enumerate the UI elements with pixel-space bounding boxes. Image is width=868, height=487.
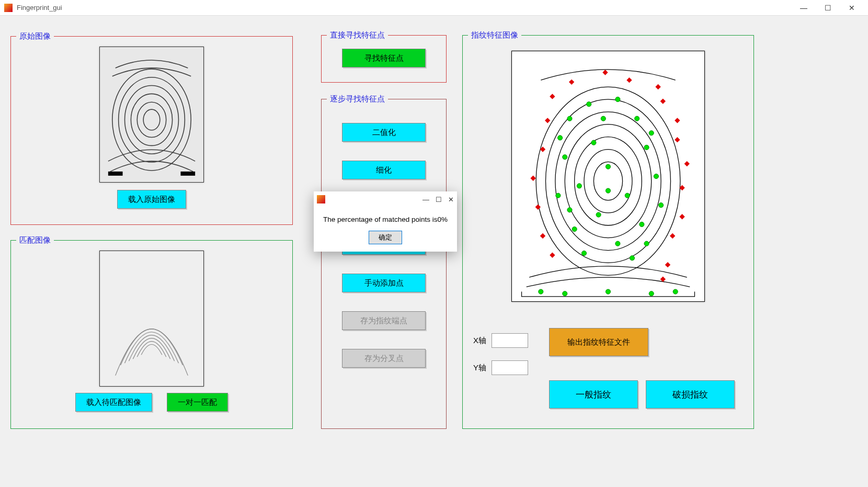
svg-point-25	[606, 164, 610, 169]
svg-point-31	[591, 140, 596, 145]
fingerprint-feature-plot	[512, 51, 704, 301]
fingerprint-icon	[100, 251, 203, 386]
svg-point-26	[625, 193, 630, 198]
legend-step: 逐步寻找特征点	[327, 94, 388, 104]
panel-feature-image: 指纹特征图像	[462, 30, 754, 429]
message-dialog: — ☐ ✕ The percentage of matched points i…	[314, 191, 457, 252]
svg-point-28	[572, 227, 577, 232]
svg-rect-10	[512, 51, 704, 301]
svg-point-23	[563, 155, 567, 160]
window-titlebar: Fingerprint_gui — ☐ ✕	[0, 0, 868, 16]
window-minimize-button[interactable]: —	[792, 0, 816, 16]
dialog-ok-button[interactable]: 确定	[369, 231, 402, 244]
x-axis-label: X轴	[473, 336, 486, 346]
svg-point-46	[563, 291, 567, 296]
panel-original-image: 原始图像 载入原始图	[10, 31, 293, 225]
svg-point-19	[587, 102, 591, 107]
dialog-minimize-button[interactable]: —	[422, 196, 429, 203]
svg-point-45	[606, 289, 610, 294]
svg-point-40	[606, 188, 610, 193]
export-feature-file-button[interactable]: 输出指纹特征文件	[549, 328, 648, 356]
main-area: 原始图像 载入原始图	[0, 16, 868, 487]
window-title: Fingerprint_gui	[17, 4, 792, 12]
svg-rect-0	[100, 47, 203, 182]
svg-rect-9	[100, 251, 203, 386]
panel-step-find: 逐步寻找特征点 二值化 细化 指纹方向场 删除错误点 手动添加点 存为指纹端点 …	[321, 94, 447, 429]
window-close-button[interactable]: ✕	[840, 0, 864, 16]
svg-point-20	[615, 97, 620, 101]
dialog-close-button[interactable]: ✕	[448, 196, 454, 203]
load-original-button[interactable]: 载入原始图像	[117, 190, 186, 209]
svg-point-42	[644, 241, 649, 246]
svg-point-18	[567, 116, 572, 121]
svg-point-24	[577, 184, 581, 188]
svg-rect-8	[180, 172, 195, 176]
y-axis-input[interactable]	[492, 360, 528, 375]
find-feature-points-button[interactable]: 寻找特征点	[342, 49, 426, 67]
legend-direct: 直接寻找特征点	[327, 30, 388, 40]
x-axis-input[interactable]	[492, 333, 528, 348]
legend-original: 原始图像	[16, 31, 54, 41]
binarize-button[interactable]: 二值化	[342, 123, 426, 142]
panel-direct-find: 直接寻找特征点 寻找特征点	[321, 30, 447, 83]
svg-point-37	[601, 116, 606, 121]
load-match-button[interactable]: 载入待匹配图像	[75, 393, 152, 412]
panel-match-image: 匹配图像 载入待匹配图像 一对一匹配	[10, 235, 293, 429]
svg-point-47	[649, 291, 654, 296]
window-maximize-button[interactable]: ☐	[816, 0, 840, 16]
svg-point-34	[659, 203, 664, 208]
svg-point-43	[539, 289, 543, 294]
thin-button[interactable]: 细化	[342, 161, 426, 179]
svg-point-38	[557, 135, 562, 140]
svg-point-33	[556, 193, 561, 198]
svg-point-32	[654, 174, 658, 178]
dialog-message: The percentage of matched points is0%	[319, 216, 452, 223]
svg-point-21	[635, 116, 639, 121]
dialog-titlebar: — ☐ ✕	[314, 191, 457, 207]
one-to-one-match-button[interactable]: 一对一匹配	[167, 393, 228, 412]
fingerprint-icon	[100, 47, 203, 182]
match-image-display	[99, 251, 204, 387]
svg-point-41	[567, 208, 572, 212]
save-bifurcation-button[interactable]: 存为分叉点	[342, 349, 426, 368]
feature-image-display	[511, 51, 705, 302]
svg-point-27	[596, 212, 601, 217]
app-icon	[4, 4, 13, 12]
svg-point-29	[639, 222, 644, 226]
y-axis-label: Y轴	[473, 363, 486, 373]
damaged-fingerprint-button[interactable]: 破损指纹	[646, 380, 735, 409]
svg-point-44	[673, 289, 678, 294]
dialog-maximize-button[interactable]: ☐	[436, 196, 442, 203]
svg-point-39	[649, 131, 654, 135]
svg-point-36	[630, 256, 634, 261]
svg-point-35	[581, 251, 586, 255]
svg-point-22	[644, 145, 649, 150]
normal-fingerprint-button[interactable]: 一般指纹	[549, 380, 638, 409]
original-image-display	[99, 47, 204, 183]
svg-rect-7	[108, 172, 123, 176]
legend-match: 匹配图像	[16, 235, 54, 245]
save-endpoint-button[interactable]: 存为指纹端点	[342, 311, 426, 330]
add-manual-point-button[interactable]: 手动添加点	[342, 274, 426, 292]
svg-point-30	[615, 241, 620, 246]
legend-feature: 指纹特征图像	[468, 30, 521, 40]
app-icon	[317, 195, 325, 203]
